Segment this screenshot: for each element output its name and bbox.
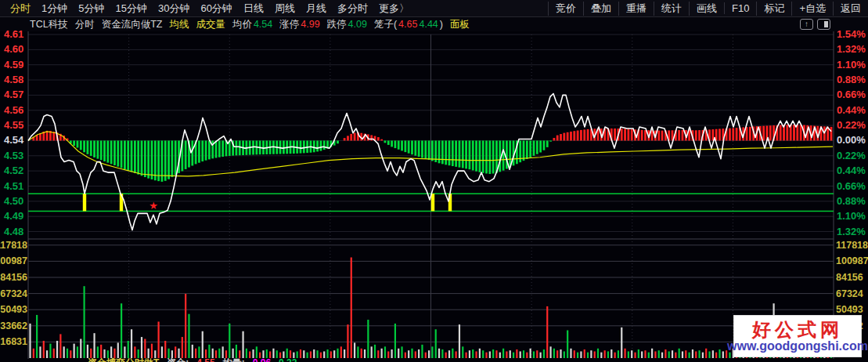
- fundflow-bar: [201, 140, 203, 161]
- pct-axis-label: 0.44%: [837, 165, 866, 176]
- fundflow-bar: [563, 133, 565, 141]
- watermark-url: www.goodgongshi.com: [727, 339, 868, 353]
- fundflow-bar: [631, 129, 633, 141]
- volume-bar: [549, 346, 551, 358]
- fundflow-bar: [303, 140, 305, 153]
- volume-bar: [364, 349, 366, 358]
- fundflow-bar: [492, 140, 495, 173]
- pct-axis-label: 0.22%: [837, 120, 866, 131]
- volume-bar: [381, 349, 383, 358]
- volume-bar: [489, 351, 491, 358]
- fundflow-bar: [124, 140, 126, 169]
- volume-bar: [675, 353, 676, 358]
- volume-bar: [377, 350, 379, 358]
- volume-bar: [485, 353, 487, 358]
- fundflow-bar: [445, 140, 447, 165]
- volume-bar: [371, 346, 373, 358]
- pct-axis-label: 0.66%: [837, 89, 866, 100]
- volume-bar: [131, 329, 132, 358]
- volume-bar: [533, 351, 535, 358]
- fundflow-bar: [793, 125, 795, 140]
- fundflow-bar: [549, 140, 552, 141]
- volume-bar: [398, 349, 399, 358]
- volume-bar: [459, 324, 460, 358]
- volume-bar: [70, 350, 71, 358]
- volume-bar: [445, 353, 447, 358]
- fundflow-bar: [485, 140, 488, 173]
- fundflow-bar: [313, 140, 315, 152]
- volume-axis-label: 50493: [0, 304, 27, 315]
- fundflow-bar: [583, 129, 585, 140]
- fundflow-bar: [695, 130, 697, 140]
- volume-bar: [357, 346, 358, 358]
- volume-bar: [80, 339, 81, 358]
- fundflow-bar: [215, 140, 218, 157]
- fundflow-bar: [252, 140, 254, 154]
- volume-bar: [584, 349, 585, 358]
- fundflow-bar: [533, 140, 535, 155]
- volume-bar: [695, 351, 697, 358]
- status-fragment: 资金博弈分时做T: [88, 357, 159, 362]
- fundflow-bar: [106, 140, 109, 162]
- fundflow-bar: [404, 140, 406, 152]
- status-fragment: 0.96: [253, 357, 271, 362]
- volume-bar: [351, 257, 352, 358]
- pct-axis-label: 1.54%: [837, 29, 866, 40]
- pct-axis-label: 1.10%: [837, 211, 866, 222]
- volume-bar: [465, 353, 466, 358]
- fundflow-bar: [344, 138, 346, 140]
- fundflow-bar: [657, 131, 660, 141]
- pct-axis-label: 0.66%: [837, 181, 866, 192]
- fundflow-bar: [536, 140, 538, 154]
- volume-bar: [570, 349, 571, 358]
- fundflow-bar: [529, 140, 531, 157]
- fundflow-bar: [113, 140, 116, 165]
- status-fragment: 0.22: [279, 357, 297, 362]
- fundflow-bar: [414, 140, 416, 155]
- chart-plot-area[interactable]: ★: [0, 0, 868, 362]
- trading-app-window: 分时1分钟5分钟15分钟30分钟60分钟日线周线月线多分时更多〉 竞价叠加重播统…: [0, 0, 868, 362]
- fundflow-bar: [641, 130, 643, 141]
- volume-axis-label: 84156: [836, 272, 863, 283]
- fundflow-bar: [198, 140, 200, 162]
- fundflow-bar: [830, 127, 833, 141]
- volume-bar: [330, 351, 332, 358]
- fundflow-bar: [96, 140, 99, 158]
- volume-bar: [672, 350, 673, 358]
- fundflow-bar: [421, 140, 423, 157]
- fundflow-bar: [171, 140, 173, 177]
- fundflow-bar: [478, 140, 481, 172]
- volume-bar: [482, 350, 484, 358]
- volume-bar: [307, 353, 308, 358]
- volume-bar: [415, 351, 416, 358]
- fundflow-bar: [472, 140, 474, 170]
- pct-axis-label: 0.00%: [837, 135, 866, 146]
- volume-bar: [456, 351, 457, 358]
- volume-bar: [594, 351, 596, 358]
- volume-bar: [421, 345, 423, 358]
- volume-bar: [344, 349, 345, 358]
- volume-bar: [510, 350, 511, 358]
- volume-bar: [543, 349, 545, 358]
- volume-axis-label: 67324: [0, 288, 27, 299]
- volume-bar: [577, 353, 578, 358]
- volume-bar: [618, 350, 619, 358]
- fundflow-bar: [441, 140, 444, 164]
- fundflow-bar: [488, 140, 491, 174]
- fundflow-bar: [222, 140, 224, 157]
- fundflow-bar: [391, 140, 393, 147]
- fundflow-bar: [77, 140, 79, 147]
- volume-bar: [164, 341, 166, 358]
- volume-bar: [367, 320, 369, 358]
- volume-bar: [475, 351, 477, 358]
- fundflow-bar: [621, 129, 623, 140]
- fundflow-bar: [438, 140, 441, 163]
- fundflow-bar: [167, 140, 170, 179]
- fundflow-bar: [93, 140, 95, 157]
- fundflow-bar: [452, 140, 454, 166]
- volume-bar: [610, 349, 612, 358]
- volume-bar: [29, 324, 31, 358]
- fundflow-bar: [746, 127, 748, 140]
- volume-bar: [326, 349, 328, 358]
- volume-bar: [712, 350, 714, 358]
